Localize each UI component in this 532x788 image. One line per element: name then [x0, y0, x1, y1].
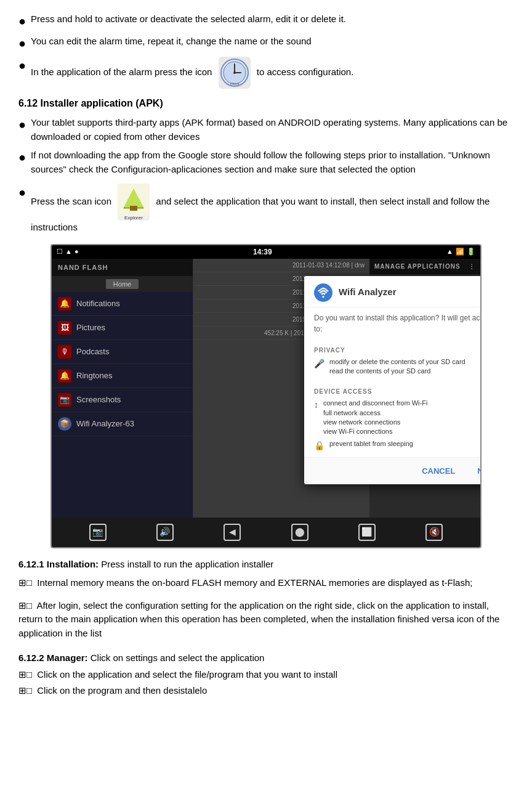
explorer-icon: Explorer	[118, 184, 150, 221]
section-6122-note-1: ⊞□ Click on the application and select t…	[18, 668, 514, 682]
top-bullets: ● Press and hold to activate or deactiva…	[18, 12, 514, 89]
status-icon-3: ●	[75, 246, 79, 257]
sleep-icon: 🔒	[314, 439, 324, 452]
section-612-heading: 6.12 Installer application (APK)	[18, 96, 514, 111]
note-bullet-2: ⊞□	[18, 600, 32, 611]
screenshots-icon: 📷	[58, 393, 71, 407]
privacy-permission: 🎤 modify or delete the contents of your …	[314, 357, 482, 376]
file-row-1: 2011-01-03 14:12:08 | drw	[193, 259, 369, 272]
privacy-section-title: PRIVACY	[314, 346, 482, 355]
bullet-symbol-1: ●	[18, 12, 26, 30]
note-text-1: Internal memory means the on-board FLASH…	[37, 577, 472, 588]
dialog-privacy-section: PRIVACY 🎤 modify or delete the contents …	[304, 339, 482, 381]
bullet-sym-612-2: ●	[18, 148, 26, 166]
note-bullet-1: ⊞□	[18, 577, 32, 588]
note-after-login: ⊞□ After login, select the configuration…	[18, 599, 514, 641]
svg-point-4	[233, 71, 236, 74]
bullet-symbol-2: ●	[18, 35, 26, 52]
bullet-3: ● In the application of the alarm press …	[18, 57, 514, 89]
mute-bottom-icon[interactable]: 🔇	[425, 524, 443, 541]
device-perm-text-2: prevent tablet from sleeping	[329, 439, 413, 449]
recent-nav-icon[interactable]: ⬜	[358, 524, 376, 541]
ringtones-label: Ringtones	[76, 370, 113, 382]
bullet-text-1: Press and hold to activate or deactivate…	[31, 12, 514, 26]
sd-card-icon: 🎤	[314, 357, 324, 370]
network-icon: ↕	[314, 399, 318, 412]
statusbar-time: 14:39	[253, 246, 272, 258]
camera-bottom-icon[interactable]: 📷	[89, 524, 107, 541]
section-6121-text: Press install to run the application ins…	[101, 559, 273, 569]
clock-icon: Clock	[219, 57, 251, 89]
scan-bullet: ● Press the scan icon Explorer and selec…	[18, 184, 514, 235]
sidebar-item-screenshots[interactable]: 📷 Screenshots	[52, 388, 193, 412]
sidebar-item-wifi[interactable]: 📦 Wifi Analyzer-63	[52, 412, 193, 436]
sidebar-item-ringtones[interactable]: 🔔 Ringtones	[52, 364, 193, 388]
wifi-app-label: Wifi Analyzer-63	[76, 418, 134, 430]
dialog-device-section: DEVICE ACCESS ↕ connect and disconnect f…	[304, 381, 482, 457]
bullet-text-2: You can edit the alarm time, repeat it, …	[31, 35, 514, 49]
screenshot-main: NAND FLASH Home 🔔 Notifications 🖼 Pictur…	[52, 259, 480, 518]
bullet-1: ● Press and hold to activate or deactiva…	[18, 12, 514, 30]
section-6121-heading: 6.12.1 Installation: Press install to ru…	[18, 558, 514, 572]
ringtones-icon: 🔔	[58, 369, 71, 383]
section-612-bullet-1: ● Your tablet supports third-party apps …	[18, 116, 514, 144]
sidebar-item-pictures[interactable]: 🖼 Pictures	[52, 316, 193, 340]
section-6121: 6.12.1 Installation: Press install to ru…	[18, 558, 514, 641]
notifications-icon: 🔔	[58, 297, 71, 311]
section-6122: 6.12.2 Manager: Click on settings and se…	[18, 651, 514, 698]
screenshot-container: ☐ ▲ ● 14:39 ▲ 📶 🔋 NAND FLASH Home 🔔 Noti…	[50, 244, 482, 548]
next-button[interactable]: NEXT	[472, 463, 482, 480]
statusbar-left: ☐ ▲ ●	[57, 246, 79, 257]
section-6122-note-text-2: Click on the program and then desistalel…	[37, 685, 207, 696]
pictures-icon: 🖼	[58, 321, 71, 335]
bullet-symbol-3: ●	[18, 57, 26, 74]
signal-icon: 📶	[456, 246, 464, 257]
sidebar-item-notifications[interactable]: 🔔 Notifications	[52, 292, 193, 316]
podcasts-icon: 🎙	[58, 345, 71, 359]
section-612-text-1: Your tablet supports third-party apps (A…	[31, 116, 514, 144]
volume-bottom-icon[interactable]: 🔊	[156, 524, 174, 541]
section-6122-note-text-1: Click on the application and select the …	[37, 669, 337, 680]
section-612-bullet-2: ● If not downloading the app from the Go…	[18, 148, 514, 176]
note-sym-2: ⊞□	[18, 685, 32, 696]
device-perm-text-1: connect and disconnect from Wi-Fifull ne…	[323, 399, 427, 437]
section-6121-heading-bold: 6.12.1 Installation:	[18, 559, 99, 569]
cancel-button[interactable]: CANCEL	[417, 463, 460, 480]
dialog-title: Wifi Analyzer	[339, 285, 397, 299]
menu-icon: ⋮	[469, 262, 475, 271]
privacy-perm-text: modify or delete the contents of your SD…	[329, 357, 465, 376]
wifi-app-icon: 📦	[58, 417, 71, 431]
svg-point-11	[322, 296, 324, 298]
section-6122-heading-line: 6.12.2 Manager: Click on settings and se…	[18, 651, 514, 665]
bullet-2: ● You can edit the alarm time, repeat it…	[18, 35, 514, 52]
screenshot-center-area: 2011-01-03 14:12:08 | drw 2011-01-03 16:…	[193, 259, 369, 518]
bullet-sym-612-1: ●	[18, 116, 26, 133]
screenshot-statusbar: ☐ ▲ ● 14:39 ▲ 📶 🔋	[52, 245, 480, 259]
bullet-text-3-content: In the application of the alarm press th…	[31, 57, 514, 89]
manage-apps-header: MANAGE APPLICATIONS ⋮	[369, 259, 480, 274]
screenshot-bottom-bar: 📷 🔊 ◀ ⬤ ⬜ 🔇	[52, 518, 480, 547]
status-icon-1: ☐	[57, 246, 63, 257]
section-6122-text: Click on settings and select the applica…	[91, 652, 265, 663]
dialog-subtitle: Do you want to install this application?…	[304, 307, 482, 339]
wifi-signal-icon: ▲	[446, 246, 453, 257]
note-sym-1: ⊞□	[18, 669, 32, 680]
device-permission-1: ↕ connect and disconnect from Wi-Fifull …	[314, 399, 482, 437]
section-612: 6.12 Installer application (APK) ● Your …	[18, 96, 514, 235]
home-nav-icon[interactable]: ⬤	[291, 524, 308, 541]
battery-icon: 🔋	[467, 246, 475, 257]
svg-text:Clock: Clock	[230, 82, 240, 86]
svg-rect-9	[130, 206, 137, 211]
note-internal-memory: ⊞□ Internal memory means the on-board FL…	[18, 576, 514, 590]
sidebar-item-podcasts[interactable]: 🎙 Podcasts	[52, 340, 193, 364]
sidebar-home[interactable]: Home	[52, 276, 193, 292]
back-nav-icon[interactable]: ◀	[224, 524, 241, 541]
manage-apps-label: MANAGE APPLICATIONS	[374, 262, 461, 271]
screenshots-label: Screenshots	[76, 394, 121, 406]
section-6122-heading-bold: 6.12.2 Manager:	[18, 652, 88, 663]
svg-text:Explorer: Explorer	[124, 215, 143, 221]
note-text-2: After login, select the configuration se…	[18, 600, 499, 638]
home-button[interactable]: Home	[106, 279, 139, 289]
notifications-label: Notifications	[76, 298, 120, 310]
file-meta-1: 2011-01-03 14:12:08 | drw	[292, 261, 365, 270]
